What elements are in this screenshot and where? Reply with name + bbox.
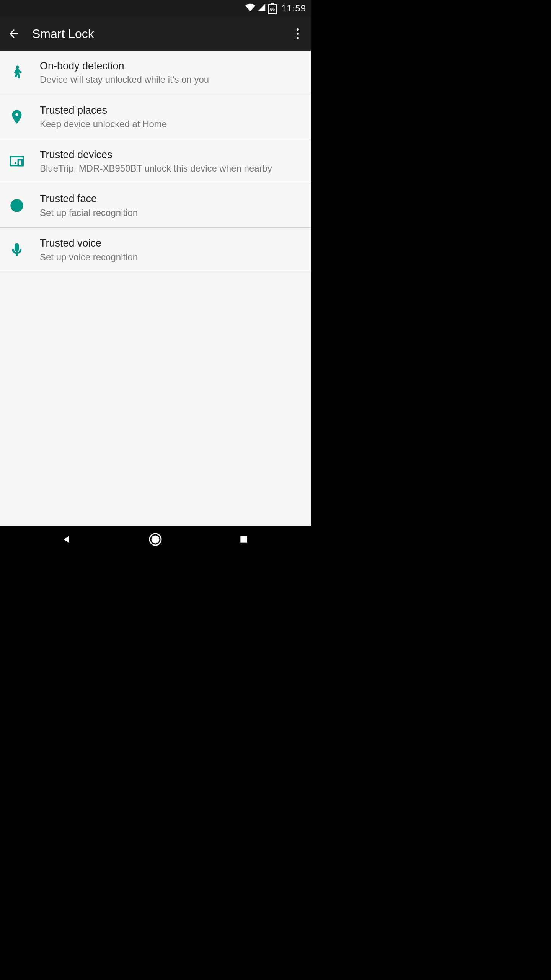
settings-list: On-body detection Device will stay unloc… <box>0 51 311 526</box>
svg-rect-3 <box>18 160 22 166</box>
navigation-bar <box>0 526 311 553</box>
svg-point-0 <box>16 66 19 69</box>
battery-percent: 86 <box>268 4 277 14</box>
triangle-back-icon <box>62 534 72 545</box>
walk-icon <box>9 65 40 80</box>
nav-recents-button[interactable] <box>232 528 255 551</box>
row-trusted-face[interactable]: Trusted face Set up facial recognition <box>0 183 311 228</box>
svg-rect-8 <box>240 536 247 542</box>
row-subtitle: BlueTrip, MDR-XB950BT unlock this device… <box>40 162 302 175</box>
page-title: Smart Lock <box>32 27 290 41</box>
row-title: Trusted face <box>40 192 302 206</box>
row-subtitle: Set up facial recognition <box>40 207 302 219</box>
row-subtitle: Keep device unlocked at Home <box>40 118 302 130</box>
nav-back-button[interactable] <box>55 528 78 551</box>
wifi-icon <box>245 3 255 14</box>
svg-point-7 <box>151 536 159 544</box>
status-bar: 86 11:59 <box>0 0 311 17</box>
svg-point-5 <box>15 205 18 208</box>
row-title: On-body detection <box>40 59 302 73</box>
battery-icon: 86 <box>268 3 277 14</box>
circle-home-icon <box>148 532 162 546</box>
devices-icon <box>9 154 40 169</box>
nav-home-button[interactable] <box>144 528 167 551</box>
row-on-body-detection[interactable]: On-body detection Device will stay unloc… <box>0 51 311 95</box>
back-button[interactable] <box>5 25 22 42</box>
screen: 86 11:59 Smart Lock On-body detection De… <box>0 0 311 553</box>
row-title: Trusted voice <box>40 236 302 250</box>
overflow-menu-button[interactable] <box>290 26 305 41</box>
row-trusted-places[interactable]: Trusted places Keep device unlocked at H… <box>0 95 311 139</box>
row-subtitle: Set up voice recognition <box>40 251 302 263</box>
clock: 11:59 <box>281 3 306 14</box>
place-icon <box>9 109 40 124</box>
square-recents-icon <box>239 534 249 544</box>
arrow-left-icon <box>7 27 20 40</box>
signal-icon <box>258 3 266 14</box>
row-trusted-voice[interactable]: Trusted voice Set up voice recognition <box>0 228 311 272</box>
face-icon <box>9 198 40 213</box>
more-vert-icon <box>297 28 299 31</box>
row-title: Trusted places <box>40 103 302 117</box>
app-bar: Smart Lock <box>0 17 311 51</box>
row-subtitle: Device will stay unlocked while it's on … <box>40 74 302 86</box>
row-trusted-devices[interactable]: Trusted devices BlueTrip, MDR-XB950BT un… <box>0 139 311 184</box>
svg-point-2 <box>15 162 16 164</box>
voice-icon <box>9 242 40 258</box>
row-title: Trusted devices <box>40 148 302 162</box>
